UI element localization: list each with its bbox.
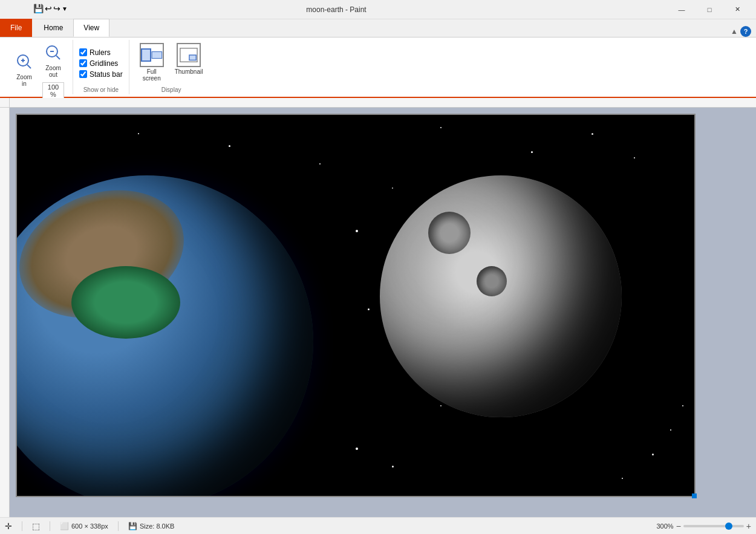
svg-line-3 [27, 65, 31, 68]
gridlines-checkbox-item[interactable]: Gridlines [79, 59, 123, 68]
status-divider-3 [118, 521, 119, 531]
ribbon-group-show-hide: Rulers Gridlines Status bar Show or hide [73, 40, 129, 94]
dimensions-icon: ⬜ [60, 522, 69, 530]
size-text: Size: 8.0KB [140, 523, 174, 530]
statusbar-checkbox-item[interactable]: Status bar [79, 70, 123, 79]
canvas-area [0, 98, 756, 517]
zoom-in-icon [16, 53, 33, 73]
size-icon: 💾 [128, 522, 137, 530]
svg-rect-9 [189, 55, 196, 60]
thumbnail-button[interactable]: Thumbnail [171, 41, 207, 77]
save-icon[interactable]: 💾 [33, 4, 44, 13]
app-title: moon-earth - Paint [5, 5, 668, 14]
dimensions-text: 600 × 338px [71, 523, 108, 530]
earth [17, 175, 313, 496]
canvas-image [17, 115, 694, 496]
ruler-top [10, 98, 756, 107]
tab-view[interactable]: View [73, 19, 109, 37]
status-size: 💾 Size: 8.0KB [128, 522, 174, 530]
moon [380, 175, 622, 417]
paint-canvas-wrapper [16, 114, 696, 497]
zoom-slider-area: 300% − + [656, 521, 751, 531]
maximize-button[interactable]: □ [696, 0, 723, 19]
gridlines-checkbox[interactable] [79, 59, 87, 67]
rulers-label: Rulers [90, 48, 111, 57]
redo-icon[interactable]: ↪ [53, 4, 60, 13]
show-hide-content: Rulers Gridlines Status bar [79, 41, 123, 85]
rulers-checkbox[interactable] [79, 48, 87, 56]
zoom-plus-button[interactable]: + [746, 521, 751, 531]
ribbon-tabs: File Home View ▲ ? [0, 19, 756, 37]
canvas-scroll[interactable] [10, 108, 756, 517]
zoom-out-label: Zoomout [45, 65, 61, 78]
status-bar: ✛ ⬚ ⬜ 600 × 338px 💾 Size: 8.0KB 300% − + [0, 517, 756, 534]
svg-rect-10 [10, 98, 756, 107]
ribbon-collapse-icon[interactable]: ▲ [731, 27, 738, 36]
ribbon-group-display: Fullscreen Thumbnail Display [129, 40, 213, 94]
zoom-slider[interactable] [683, 525, 744, 527]
zoom-buttons: Zoomin Zoomout 100% [11, 41, 67, 99]
zoom-in-label: Zoomin [16, 74, 32, 87]
close-button[interactable]: ✕ [723, 0, 751, 19]
rulers-checkbox-item[interactable]: Rulers [79, 48, 123, 57]
ribbon: Zoomin Zoomout 100% Zoom [0, 37, 756, 98]
tab-home[interactable]: Home [33, 19, 73, 37]
resize-handle[interactable] [692, 493, 697, 498]
undo-icon[interactable]: ↩ [45, 4, 52, 13]
minimize-button[interactable]: — [668, 0, 696, 19]
status-divider-1 [22, 521, 22, 531]
show-hide-checkboxes: Rulers Gridlines Status bar [79, 48, 123, 79]
status-nav: ✛ [5, 521, 12, 531]
display-content: Fullscreen Thumbnail [135, 41, 207, 85]
window-controls: — □ ✕ [668, 0, 751, 19]
svg-line-6 [56, 56, 60, 59]
status-crop-icon: ⬚ [32, 521, 40, 531]
thumbnail-label: Thumbnail [175, 68, 203, 75]
zoom-in-button[interactable]: Zoomin [11, 50, 37, 90]
fullscreen-label: Fullscreen [143, 68, 161, 82]
fullscreen-button[interactable]: Fullscreen [135, 41, 168, 83]
tab-file[interactable]: File [0, 19, 32, 37]
ruler-left [0, 108, 10, 517]
gridlines-label: Gridlines [90, 59, 118, 68]
zoom-slider-thumb[interactable] [725, 523, 732, 530]
quick-access-toolbar: 💾 ↩ ↪ ▼ [33, 4, 68, 13]
zoom-minus-button[interactable]: − [676, 521, 681, 531]
thumbnail-icon [177, 43, 201, 67]
ribbon-group-zoom: Zoomin Zoomout 100% Zoom [5, 40, 73, 94]
svg-rect-11 [0, 108, 10, 517]
fullscreen-icon [140, 43, 164, 67]
help-icon[interactable]: ? [740, 26, 751, 37]
crop-icon: ⬚ [32, 521, 40, 531]
ruler-left-svg [0, 108, 10, 517]
statusbar-label: Status bar [90, 70, 123, 79]
zoom-level-text: 300% [656, 523, 673, 530]
show-hide-group-label: Show or hide [83, 85, 119, 93]
zoom-out-button[interactable]: Zoomout [40, 41, 67, 81]
title-bar: 💾 ↩ ↪ ▼ moon-earth - Paint — □ ✕ [0, 0, 756, 19]
status-nav-icon: ✛ [5, 521, 12, 531]
qa-dropdown-icon[interactable]: ▼ [62, 5, 68, 12]
ruler-corner [0, 98, 10, 108]
ruler-top-svg [10, 98, 756, 107]
status-divider-2 [50, 521, 50, 531]
zoom-out-icon [45, 44, 62, 63]
statusbar-checkbox[interactable] [79, 70, 87, 78]
status-dimensions: ⬜ 600 × 338px [60, 522, 108, 530]
display-group-label: Display [161, 85, 181, 93]
zoom-percent: 100% [42, 82, 64, 99]
svg-rect-7 [152, 51, 162, 58]
